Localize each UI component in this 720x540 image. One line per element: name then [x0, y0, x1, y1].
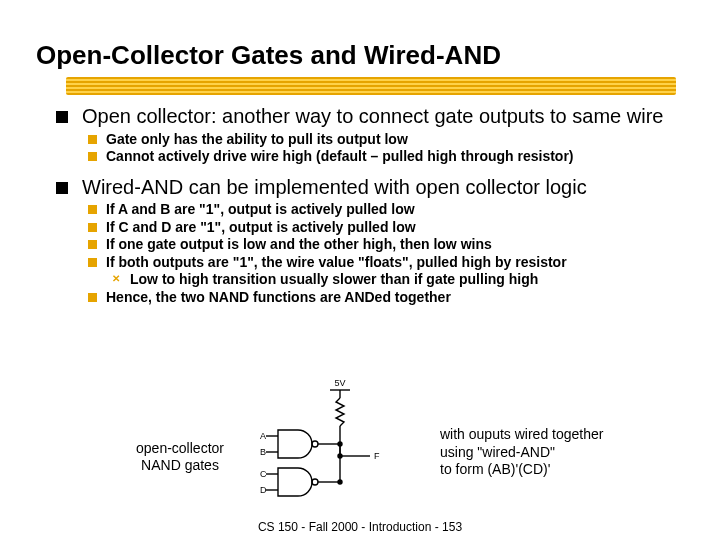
svg-point-3 [312, 441, 318, 447]
title-underline [66, 77, 676, 95]
figure-left-label-l2: NAND gates [141, 457, 219, 473]
figure-left-label-l1: open-collector [136, 440, 224, 456]
pin-f-label: F [374, 451, 380, 461]
svg-point-7 [312, 479, 318, 485]
subbullet-cannot-drive-high: Cannot actively drive wire high (default… [36, 148, 684, 166]
pin-b-label: B [260, 447, 266, 457]
slide-title: Open-Collector Gates and Wired-AND [36, 40, 684, 71]
subbullet-floats: If both outputs are "1", the wire value … [36, 254, 684, 272]
figure-left-label: open-collector NAND gates [120, 440, 240, 474]
svg-point-15 [338, 480, 342, 484]
circuit-diagram: 5V [250, 378, 430, 508]
pullup-resistor-icon [336, 398, 344, 426]
bullet-open-collector: Open collector: another way to connect g… [36, 105, 684, 129]
figure-right-label-l1: with ouputs wired together [440, 426, 603, 442]
svg-point-14 [338, 454, 342, 458]
svg-point-13 [338, 442, 342, 446]
figure-area: open-collector NAND gates 5V [120, 420, 650, 510]
nand-gate-1-icon [278, 430, 312, 458]
nand-gate-2-icon [278, 468, 312, 496]
subbullet-ab-low: If A and B are "1", output is actively p… [36, 201, 684, 219]
slide-footer: CS 150 - Fall 2000 - Introduction - 153 [0, 520, 720, 534]
subbullet-pull-low: Gate only has the ability to pull its ou… [36, 131, 684, 149]
pin-a-label: A [260, 431, 266, 441]
pin-d-label: D [260, 485, 267, 495]
vcc-label: 5V [334, 378, 345, 388]
subsubbullet-transition-slower: Low to high transition usually slower th… [36, 271, 684, 289]
slide: Open-Collector Gates and Wired-AND Open … [0, 0, 720, 540]
figure-right-label-l2: using "wired-AND" [440, 444, 555, 460]
bullet-wired-and: Wired-AND can be implemented with open c… [36, 176, 684, 200]
subbullet-low-wins: If one gate output is low and the other … [36, 236, 684, 254]
figure-right-label: with ouputs wired together using "wired-… [440, 426, 650, 479]
figure-right-label-l3: to form (AB)'(CD)' [440, 461, 550, 477]
subbullet-anded-together: Hence, the two NAND functions are ANDed … [36, 289, 684, 307]
subbullet-cd-low: If C and D are "1", output is actively p… [36, 219, 684, 237]
pin-c-label: C [260, 469, 267, 479]
